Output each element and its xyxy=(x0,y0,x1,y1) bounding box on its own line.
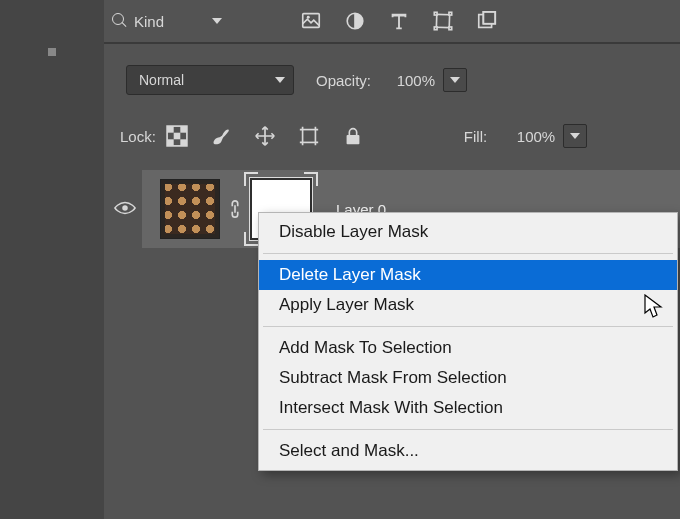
ctx-apply-layer-mask[interactable]: Apply Layer Mask xyxy=(259,290,677,320)
fill-value[interactable]: 100% xyxy=(499,128,555,145)
svg-rect-5 xyxy=(449,12,452,15)
blend-mode-dropdown[interactable]: Normal xyxy=(126,65,294,95)
lock-pixels-brush-icon[interactable] xyxy=(210,125,232,147)
fill-label[interactable]: Fill: xyxy=(464,128,487,145)
ctx-delete-layer-mask[interactable]: Delete Layer Mask xyxy=(259,260,677,290)
chevron-down-icon xyxy=(450,77,460,83)
filter-pixel-layers-icon[interactable] xyxy=(300,10,322,32)
search-icon xyxy=(112,13,128,29)
panel-tab-gutter xyxy=(0,0,104,42)
filter-kind-dropdown[interactable]: Kind xyxy=(134,13,292,30)
svg-rect-4 xyxy=(434,12,437,15)
layer-thumbnail[interactable] xyxy=(160,179,220,239)
opacity-label[interactable]: Opacity: xyxy=(316,72,371,89)
opacity-stepper[interactable] xyxy=(443,68,467,92)
filter-type-layers-icon[interactable] xyxy=(388,10,410,32)
svg-rect-12 xyxy=(167,126,174,133)
context-menu-separator xyxy=(263,429,673,430)
link-mask-icon[interactable] xyxy=(228,199,242,219)
svg-rect-9 xyxy=(483,12,495,24)
svg-rect-18 xyxy=(346,135,359,144)
lock-label: Lock: xyxy=(120,128,156,145)
fill-stepper[interactable] xyxy=(563,124,587,148)
layer-mask-context-menu: Disable Layer Mask Delete Layer Mask App… xyxy=(258,212,678,471)
context-menu-separator xyxy=(263,326,673,327)
ctx-subtract-mask-from-selection[interactable]: Subtract Mask From Selection xyxy=(259,363,677,393)
context-menu-separator xyxy=(263,253,673,254)
opacity-value[interactable]: 100% xyxy=(379,72,435,89)
side-indicator xyxy=(48,48,56,56)
chevron-down-icon xyxy=(212,18,222,24)
lock-all-icon[interactable] xyxy=(342,125,364,147)
svg-rect-15 xyxy=(167,139,174,146)
ctx-select-and-mask[interactable]: Select and Mask... xyxy=(259,436,677,466)
lock-transparency-icon[interactable] xyxy=(166,125,188,147)
filter-shape-layers-icon[interactable] xyxy=(432,10,454,32)
svg-point-1 xyxy=(307,16,310,19)
filter-smartobject-layers-icon[interactable] xyxy=(476,10,498,32)
ctx-disable-layer-mask[interactable]: Disable Layer Mask xyxy=(259,217,677,247)
chevron-down-icon xyxy=(570,133,580,139)
layers-filter-bar: Kind xyxy=(112,0,680,42)
panel-side-gutter xyxy=(0,42,104,519)
svg-rect-17 xyxy=(302,130,315,143)
svg-rect-6 xyxy=(434,27,437,30)
lock-position-move-icon[interactable] xyxy=(254,125,276,147)
ctx-add-mask-to-selection[interactable]: Add Mask To Selection xyxy=(259,333,677,363)
svg-rect-7 xyxy=(449,27,452,30)
ctx-intersect-mask-with-selection[interactable]: Intersect Mask With Selection xyxy=(259,393,677,423)
lock-artboard-icon[interactable] xyxy=(298,125,320,147)
filter-adjustment-layers-icon[interactable] xyxy=(344,10,366,32)
chevron-down-icon xyxy=(275,77,285,83)
svg-rect-13 xyxy=(180,126,187,133)
svg-rect-16 xyxy=(180,139,187,146)
svg-rect-14 xyxy=(174,133,181,140)
svg-rect-3 xyxy=(436,14,449,27)
svg-point-19 xyxy=(122,205,128,211)
filter-kind-label: Kind xyxy=(134,13,164,30)
visibility-eye-icon[interactable] xyxy=(114,200,136,216)
blend-mode-value: Normal xyxy=(139,72,184,88)
